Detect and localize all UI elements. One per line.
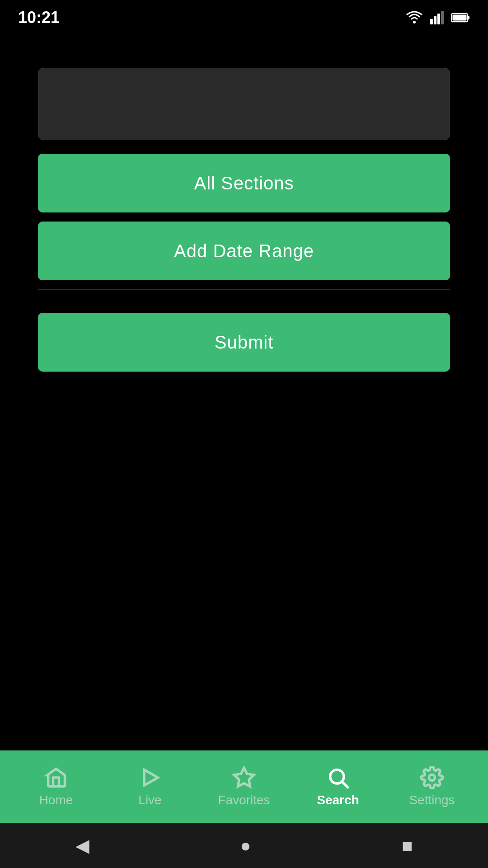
home-button[interactable]: ● xyxy=(226,831,264,860)
svg-rect-3 xyxy=(437,14,440,24)
svg-marker-8 xyxy=(144,770,158,786)
status-time: 10:21 xyxy=(18,8,60,27)
nav-item-settings[interactable]: Settings xyxy=(385,766,479,807)
main-content: All Sections Add Date Range Submit xyxy=(0,32,488,372)
search-icon xyxy=(326,766,350,789)
system-nav: ◀ ● ■ xyxy=(0,823,488,868)
nav-label-home: Home xyxy=(39,793,73,807)
bottom-nav: Home Live Favorites Search Settings xyxy=(0,750,488,823)
nav-label-settings: Settings xyxy=(409,793,455,807)
search-input-container xyxy=(38,68,450,140)
nav-item-favorites[interactable]: Favorites xyxy=(197,766,291,807)
nav-item-live[interactable]: Live xyxy=(103,766,197,807)
recents-button[interactable]: ■ xyxy=(388,831,426,860)
nav-item-home[interactable]: Home xyxy=(9,766,103,807)
svg-marker-9 xyxy=(234,768,253,786)
nav-item-search[interactable]: Search xyxy=(291,766,385,807)
nav-label-search: Search xyxy=(317,793,359,807)
submit-button[interactable]: Submit xyxy=(38,313,450,372)
all-sections-button[interactable]: All Sections xyxy=(38,154,450,212)
svg-point-12 xyxy=(429,775,435,781)
svg-line-11 xyxy=(343,782,348,788)
svg-point-0 xyxy=(413,21,416,24)
svg-rect-1 xyxy=(430,19,433,24)
battery-icon xyxy=(451,13,470,23)
back-button[interactable]: ◀ xyxy=(62,830,103,860)
nav-label-live: Live xyxy=(138,793,161,807)
status-icons xyxy=(406,11,470,24)
favorites-icon xyxy=(232,766,256,789)
search-input[interactable] xyxy=(38,68,450,140)
status-bar: 10:21 xyxy=(0,0,488,32)
svg-rect-6 xyxy=(453,15,467,21)
svg-rect-2 xyxy=(434,16,436,24)
wifi-icon xyxy=(406,11,423,24)
add-date-range-button[interactable]: Add Date Range xyxy=(38,222,450,280)
svg-rect-7 xyxy=(468,16,469,19)
signal-icon xyxy=(430,11,444,24)
settings-icon xyxy=(420,766,444,789)
home-icon xyxy=(44,766,68,789)
svg-rect-4 xyxy=(441,11,444,24)
divider xyxy=(38,289,450,290)
nav-label-favorites: Favorites xyxy=(218,793,270,807)
live-icon xyxy=(138,766,162,789)
